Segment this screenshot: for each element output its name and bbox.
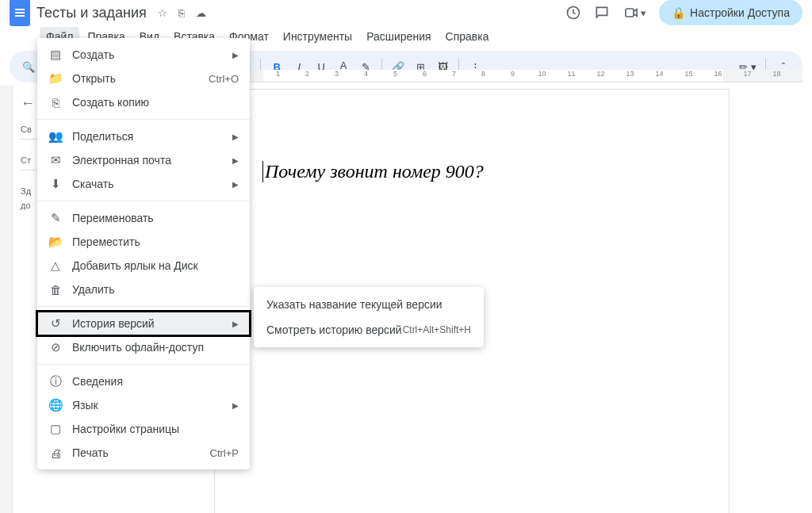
svg-rect-1 (626, 9, 634, 17)
menu-extensions[interactable]: Расширения (360, 27, 437, 46)
print-icon: 🖨 (48, 446, 63, 460)
menu-item-move[interactable]: 📂 Переместить (37, 230, 250, 254)
chevron-right-icon: ▶ (232, 320, 239, 328)
document-text[interactable]: Почему звонит номер 900? (262, 161, 681, 182)
trash-icon: 🗑 (48, 282, 63, 297)
docs-logo-icon[interactable] (10, 0, 30, 26)
move-folder-icon[interactable]: ⎘ (178, 7, 185, 19)
vertical-ruler[interactable] (0, 86, 13, 513)
menu-item-language[interactable]: 🌐 Язык ▶ (37, 393, 250, 417)
chevron-right-icon: ▶ (232, 51, 239, 59)
file-menu-dropdown: ▤ Создать ▶ 📁 Открыть Ctrl+O ⎘ Создать к… (37, 38, 250, 469)
share-button[interactable]: 🔒 Настройки Доступа (659, 0, 802, 25)
menu-item-rename[interactable]: ✎ Переименовать (37, 206, 250, 230)
download-icon: ⬇ (48, 177, 63, 191)
folder-icon: 📁 (48, 71, 63, 86)
menu-item-open[interactable]: 📁 Открыть Ctrl+O (37, 67, 250, 90)
history-icon: ↺ (48, 316, 63, 331)
menu-item-download[interactable]: ⬇ Скачать ▶ (37, 172, 250, 196)
drive-icon: △ (48, 258, 63, 273)
menu-item-email[interactable]: ✉ Электронная почта ▶ (37, 148, 250, 172)
menu-item-details[interactable]: ⓘ Сведения (37, 369, 250, 393)
page-icon: ▢ (48, 422, 63, 436)
document-title[interactable]: Тесты и задания (36, 5, 147, 21)
offline-icon: ⊘ (48, 340, 63, 354)
menu-item-print[interactable]: 🖨 Печать Ctrl+P (37, 441, 250, 465)
title-icons: ☆ ⎘ ☁ (158, 7, 206, 19)
lock-icon: 🔒 (672, 6, 685, 19)
move-icon: 📂 (48, 235, 63, 249)
ruler-ticks: 123456789101112131415161718 (263, 70, 791, 78)
menu-help[interactable]: Справка (439, 27, 496, 46)
right-tools: ▾ 🔒 Настройки Доступа (565, 0, 802, 25)
comments-icon[interactable] (594, 5, 610, 21)
copy-icon: ⎘ (48, 95, 63, 109)
chevron-right-icon: ▶ (232, 132, 239, 141)
chevron-right-icon: ▶ (232, 401, 239, 410)
menu-item-drive-shortcut[interactable]: △ Добавить ярлык на Диск (37, 254, 250, 278)
document-icon: ▤ (48, 48, 63, 62)
meet-icon[interactable]: ▾ (622, 5, 646, 21)
menu-item-page-setup[interactable]: ▢ Настройки страницы (37, 417, 250, 441)
menu-tools[interactable]: Инструменты (277, 27, 358, 46)
email-icon: ✉ (48, 153, 63, 167)
history-icon[interactable] (565, 5, 581, 21)
star-icon[interactable]: ☆ (158, 7, 167, 19)
cloud-status-icon[interactable]: ☁ (196, 7, 206, 19)
info-icon: ⓘ (48, 374, 63, 389)
menu-item-new[interactable]: ▤ Создать ▶ (37, 43, 250, 67)
version-history-submenu: Указать название текущей версии Смотреть… (254, 287, 484, 347)
submenu-see-history[interactable]: Смотреть историю версий Ctrl+Alt+Shift+H (254, 317, 484, 343)
share-button-label: Настройки Доступа (690, 6, 790, 19)
menu-item-offline[interactable]: ⊘ Включить офлайн-доступ (37, 335, 250, 359)
title-bar: Тесты и задания ☆ ⎘ ☁ ▾ 🔒 Настройки Дост… (0, 0, 812, 25)
search-icon[interactable]: 🔍 (19, 57, 38, 76)
share-icon: 👥 (48, 129, 63, 144)
menu-item-share[interactable]: 👥 Поделиться ▶ (37, 124, 250, 148)
chevron-right-icon: ▶ (232, 180, 239, 189)
submenu-name-current[interactable]: Указать название текущей версии (254, 292, 484, 317)
globe-icon: 🌐 (48, 398, 63, 412)
menu-item-copy[interactable]: ⎘ Создать копию (37, 90, 250, 114)
menu-item-version-history[interactable]: ↺ История версий ▶ (37, 312, 250, 335)
rename-icon: ✎ (48, 211, 63, 225)
menu-item-delete[interactable]: 🗑 Удалить (37, 278, 250, 301)
chevron-right-icon: ▶ (232, 156, 239, 165)
